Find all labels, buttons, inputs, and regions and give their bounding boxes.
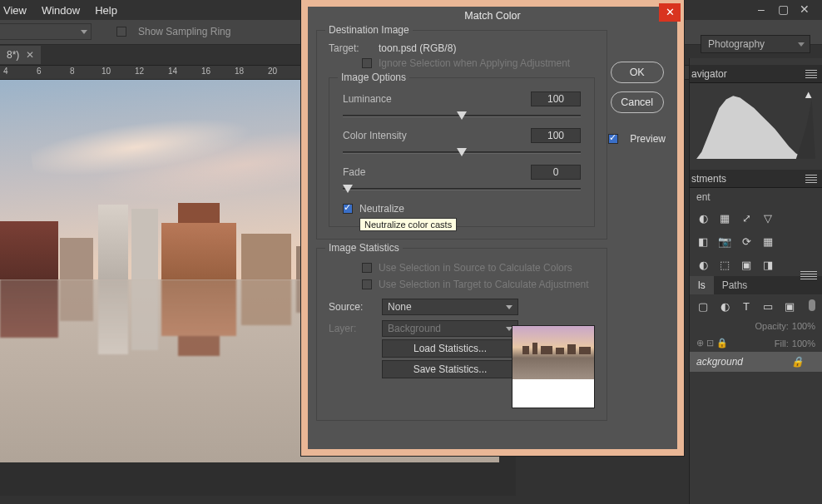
preview-checkbox[interactable]: Preview xyxy=(608,133,666,145)
filter-smart-icon[interactable]: ▣ xyxy=(783,299,796,313)
layer-name: ackground xyxy=(696,356,743,368)
opacity-label: Opacity: xyxy=(755,321,789,331)
layers-tab[interactable]: ls xyxy=(690,276,714,294)
color-intensity-value[interactable]: 100 xyxy=(531,128,581,143)
hue-icon[interactable]: 📷 xyxy=(718,235,731,248)
svg-marker-0 xyxy=(696,96,812,159)
ruler-tick: 6 xyxy=(37,67,42,76)
adjustment-icons-row1: ◐ ▦ ⤢ ▽ xyxy=(690,206,822,230)
panel-menu-icon[interactable] xyxy=(805,70,817,78)
luminance-label: Luminance xyxy=(343,93,392,105)
channel-mixer-icon[interactable]: ⬚ xyxy=(718,258,731,271)
ruler-tick: 12 xyxy=(135,67,144,76)
navigator-panel-tab[interactable]: avigator xyxy=(690,65,822,83)
window-controls: – ▢ ✕ xyxy=(754,3,812,15)
menu-view[interactable]: View xyxy=(3,4,27,17)
paths-tab[interactable]: Paths xyxy=(714,276,756,294)
maximize-icon[interactable]: ▢ xyxy=(775,3,790,15)
color-intensity-slider-row: Color Intensity 100 xyxy=(343,128,581,160)
ruler-tick: 10 xyxy=(102,67,111,76)
layer-dropdown: Background xyxy=(382,320,518,337)
levels-icon[interactable]: ▦ xyxy=(718,211,731,225)
fill-label: Fill: xyxy=(775,338,789,348)
source-thumbnail xyxy=(512,325,595,408)
minimize-icon[interactable]: – xyxy=(754,3,769,15)
image-options-legend: Image Options xyxy=(338,72,409,83)
panel-menu-icon[interactable] xyxy=(805,175,817,183)
fill-row: ⊕ ⊡ 🔒 Fill: 100% xyxy=(690,334,822,352)
vibrance-icon[interactable]: ◧ xyxy=(696,235,710,248)
cancel-button[interactable]: Cancel xyxy=(611,91,664,113)
checkbox-icon xyxy=(116,27,126,37)
checkbox-icon xyxy=(608,134,618,144)
fade-slider[interactable] xyxy=(343,183,581,196)
use-source-selection-label: Use Selection in Source to Calculate Col… xyxy=(379,262,572,274)
adjustments-label: stments xyxy=(691,173,726,185)
fade-slider-row: Fade 0 xyxy=(343,165,581,196)
ruler-tick: 4 xyxy=(3,67,8,76)
dialog-title: Match Color ✕ xyxy=(308,7,677,25)
destination-fieldset: Destination Image Target: toon.psd (RGB/… xyxy=(316,30,607,240)
workspace-label: Photography xyxy=(708,38,765,50)
destination-legend: Destination Image xyxy=(325,24,413,36)
ignore-selection-label: Ignore Selection when Applying Adjustmen… xyxy=(379,57,570,69)
invert-icon[interactable]: ◨ xyxy=(761,258,775,271)
opacity-value[interactable]: 100% xyxy=(792,321,815,331)
document-tab[interactable]: 8*) ✕ xyxy=(0,46,41,64)
preview-label: Preview xyxy=(630,133,666,145)
adjustment-icons-row2: ◧ 📷 ⟳ ▦ xyxy=(690,230,822,253)
svg-marker-1 xyxy=(796,100,815,159)
sample-size-dropdown[interactable] xyxy=(0,23,92,40)
ruler-tick: 14 xyxy=(168,67,177,76)
filter-pixel-icon[interactable]: ▢ xyxy=(696,299,710,313)
checkbox-icon xyxy=(362,58,372,68)
panel-menu-icon[interactable] xyxy=(800,271,817,279)
menu-help[interactable]: Help xyxy=(95,4,117,17)
match-color-dialog: Match Color ✕ OK Cancel Preview Destinat… xyxy=(301,0,684,456)
close-icon[interactable]: ✕ xyxy=(797,3,812,15)
curves-icon[interactable]: ⤢ xyxy=(740,211,753,225)
fill-value[interactable]: 100% xyxy=(792,338,815,348)
target-label: Target: xyxy=(329,42,379,54)
color-intensity-slider[interactable] xyxy=(343,146,581,160)
load-statistics-button[interactable]: Load Statistics... xyxy=(382,339,518,358)
histogram: ▲ xyxy=(690,83,822,170)
use-target-selection-label: Use Selection in Target to Calculate Adj… xyxy=(379,279,589,290)
dialog-buttons: OK Cancel Preview xyxy=(608,62,666,145)
menu-window[interactable]: Window xyxy=(42,4,80,17)
lut-icon[interactable]: ▣ xyxy=(740,258,753,271)
workspace-dropdown[interactable]: Photography xyxy=(701,35,810,53)
adjustments-panel-tab[interactable]: stments xyxy=(690,170,822,188)
filter-adjust-icon[interactable]: ◐ xyxy=(718,299,731,313)
luminance-value[interactable]: 100 xyxy=(531,91,581,106)
layer-label: Layer: xyxy=(329,323,374,334)
color-balance-icon[interactable]: ⟳ xyxy=(740,235,753,248)
source-dropdown[interactable]: None xyxy=(382,299,518,315)
filter-shape-icon[interactable]: ▭ xyxy=(761,299,775,313)
ruler-tick: 16 xyxy=(201,67,210,76)
tooltip: Neutralize color casts xyxy=(359,218,457,231)
brightness-icon[interactable]: ◐ xyxy=(696,211,710,225)
bw-icon[interactable]: ▦ xyxy=(761,235,775,248)
checkbox-icon xyxy=(362,263,372,273)
adjustments-preset: ent xyxy=(690,188,822,206)
dialog-close-button[interactable]: ✕ xyxy=(659,3,681,22)
show-sampling-ring-checkbox[interactable]: Show Sampling Ring xyxy=(116,26,230,37)
filter-toggle[interactable] xyxy=(809,299,815,311)
filter-type-icon[interactable]: T xyxy=(740,299,753,313)
ruler-tick: 18 xyxy=(235,67,244,76)
source-label: Source: xyxy=(329,301,374,313)
luminance-slider-row: Luminance 100 xyxy=(343,91,581,123)
navigator-label: avigator xyxy=(691,68,727,80)
save-statistics-button[interactable]: Save Statistics... xyxy=(382,360,518,378)
photo-filter-icon[interactable]: ◐ xyxy=(696,258,710,271)
luminance-slider[interactable] xyxy=(343,110,581,123)
exposure-icon[interactable]: ▽ xyxy=(761,211,775,225)
tab-close-icon[interactable]: ✕ xyxy=(26,49,34,61)
background-layer[interactable]: ackground 🔒 xyxy=(690,352,822,372)
warning-icon[interactable]: ▲ xyxy=(803,88,814,101)
fade-value[interactable]: 0 xyxy=(531,165,581,180)
lock-icon[interactable]: 🔒 xyxy=(791,356,804,368)
neutralize-checkbox[interactable]: Neutralize Neutralize color casts xyxy=(343,203,581,215)
ok-button[interactable]: OK xyxy=(611,62,664,83)
